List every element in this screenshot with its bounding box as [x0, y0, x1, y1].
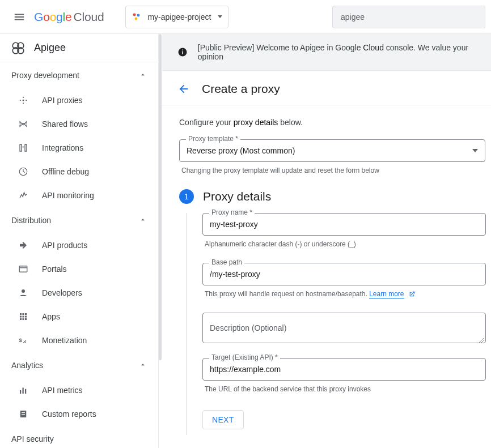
google-cloud-logo[interactable]: Google Cloud [34, 10, 104, 24]
svg-rect-17 [20, 316, 22, 318]
sidebar-item-api-metrics[interactable]: API metrics [0, 378, 158, 402]
intro-b: proxy details [234, 118, 278, 127]
sidebar-item-integrations[interactable]: Integrations [0, 136, 158, 160]
svg-rect-15 [23, 313, 24, 315]
sidebar-item-label: API metrics [42, 386, 83, 395]
offline-debug-icon [17, 165, 29, 178]
base-path-input[interactable] [202, 263, 486, 285]
sidebar-item-shared-flows[interactable]: Shared flows [0, 112, 158, 136]
sidebar: Apigee Proxy development API proxies Sha… [0, 34, 159, 448]
svg-point-9 [26, 100, 27, 101]
svg-rect-14 [20, 313, 22, 315]
intro-a: Configure your [179, 118, 234, 127]
resize-handle-icon[interactable] [479, 336, 484, 342]
proxy-template-label: Proxy template * [186, 135, 240, 143]
search-input[interactable]: apigee [332, 6, 485, 28]
product-header[interactable]: Apigee [0, 34, 158, 62]
product-title: Apigee [34, 42, 66, 54]
search-value: apigee [341, 12, 365, 22]
nav-section-label: API security [11, 434, 54, 443]
page-header: Create a proxy [162, 71, 491, 105]
learn-more-link[interactable]: Learn more [369, 290, 404, 298]
chevron-down-icon [218, 15, 222, 18]
nav-section-api-security[interactable]: API security [0, 426, 158, 448]
sidebar-item-label: Integrations [42, 143, 83, 152]
svg-rect-26 [25, 389, 26, 394]
description-placeholder: Description (Optional) [210, 323, 286, 332]
svg-rect-31 [183, 52, 184, 54]
banner-prefix: [Public Preview] Welcome to Apigee in Go… [198, 43, 363, 52]
nav-section-analytics[interactable]: Analytics [0, 352, 158, 378]
portals-icon [17, 263, 29, 275]
nav-section-distribution[interactable]: Distribution [0, 207, 158, 233]
preview-banner: [Public Preview] Welcome to Apigee in Go… [162, 34, 491, 71]
arrow-left-icon [177, 83, 190, 95]
proxy-template-select[interactable]: Reverse proxy (Most common) [179, 139, 485, 162]
sidebar-item-api-monitoring[interactable]: API monitoring [0, 184, 158, 207]
api-metrics-icon [17, 384, 29, 396]
chevron-up-icon [139, 216, 147, 225]
monetization-icon: $ [17, 334, 29, 347]
nav-section-proxy-development[interactable]: Proxy development [0, 62, 158, 88]
svg-rect-18 [23, 316, 24, 318]
developers-icon [17, 287, 29, 299]
svg-point-7 [23, 100, 24, 101]
base-path-label: Base path [209, 258, 244, 266]
project-icon [132, 12, 142, 22]
svg-point-8 [20, 100, 21, 101]
hamburger-icon [13, 11, 26, 23]
sidebar-item-api-proxies[interactable]: API proxies [0, 88, 158, 112]
sidebar-item-api-products[interactable]: API products [0, 233, 158, 257]
sidebar-item-monetization[interactable]: $ Monetization [0, 328, 158, 352]
banner-bold: Cloud [363, 43, 384, 52]
target-label: Target (Existing API) * [209, 353, 280, 361]
svg-rect-19 [25, 316, 27, 318]
base-path-helper-text: This proxy will handle request on hostna… [205, 290, 369, 298]
proxy-template-value: Reverse proxy (Most common) [187, 146, 295, 155]
page-title: Create a proxy [202, 82, 280, 96]
external-link-icon [408, 291, 416, 298]
nav-section-label: Analytics [11, 361, 43, 370]
sidebar-item-offline-debug[interactable]: Offline debug [0, 160, 158, 184]
description-input[interactable]: Description (Optional) [202, 313, 486, 343]
hamburger-menu-button[interactable] [6, 3, 33, 31]
sidebar-item-label: API proxies [42, 96, 83, 105]
api-proxies-icon [17, 94, 29, 106]
next-button[interactable]: NEXT [202, 410, 244, 429]
proxy-template-helper: Changing the proxy template will update … [181, 167, 480, 174]
intro-text: Configure your proxy details below. [179, 118, 480, 127]
svg-point-1 [137, 14, 140, 16]
back-button[interactable] [177, 82, 191, 96]
sidebar-item-custom-reports[interactable]: Custom reports [0, 402, 158, 426]
intro-c: below. [278, 118, 303, 127]
apigee-logo-icon [10, 40, 26, 56]
project-picker[interactable]: my-apigee-project [125, 6, 228, 28]
nav-section-label: Distribution [11, 216, 51, 225]
sidebar-item-label: API monitoring [42, 191, 94, 200]
base-path-helper: This proxy will handle request on hostna… [205, 290, 480, 298]
svg-rect-32 [183, 50, 184, 51]
api-monitoring-icon [17, 189, 29, 202]
proxy-name-label: Proxy name * [209, 208, 255, 216]
sidebar-item-label: Shared flows [42, 120, 88, 129]
top-bar: Google Cloud my-apigee-project apigee [0, 0, 491, 34]
sidebar-item-portals[interactable]: Portals [0, 257, 158, 281]
sidebar-splitter[interactable] [159, 34, 162, 448]
logo-cloud-text: Cloud [74, 10, 104, 24]
sidebar-item-label: Monetization [42, 336, 87, 345]
sidebar-item-developers[interactable]: Developers [0, 281, 158, 305]
proxy-name-helper: Alphanumeric character dash (-) or under… [205, 240, 480, 248]
chevron-up-icon [139, 71, 147, 80]
svg-point-13 [22, 289, 25, 293]
info-icon [177, 47, 189, 57]
sidebar-item-label: Apps [42, 312, 60, 321]
sidebar-item-apps[interactable]: Apps [0, 305, 158, 328]
svg-rect-21 [23, 318, 24, 320]
step-1-title: Proxy details [203, 190, 271, 203]
target-input[interactable] [202, 358, 486, 381]
proxy-name-input[interactable] [202, 213, 486, 236]
chevron-up-icon [139, 361, 147, 370]
step-1-header: 1 Proxy details [179, 189, 480, 204]
svg-text:$: $ [19, 337, 23, 343]
integrations-icon [17, 142, 29, 154]
